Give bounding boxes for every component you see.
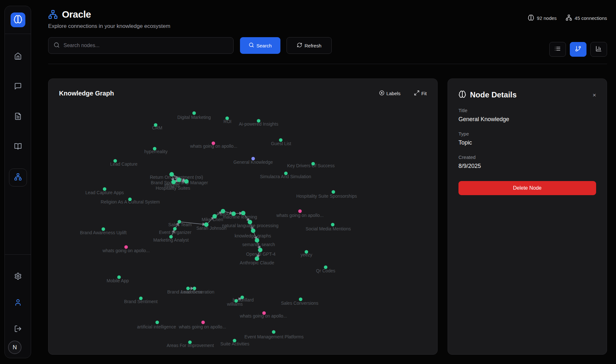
graph-view-button[interactable]	[570, 42, 586, 57]
node-created-value: 8/9/2025	[458, 163, 596, 170]
labels-toggle-button[interactable]: Labels	[379, 90, 400, 97]
graph-node-label: Event Management Platforms	[244, 334, 304, 339]
sidebar-item-library[interactable]	[14, 143, 22, 151]
graph-node-label: Digital Marketing	[177, 115, 211, 120]
graph-node-label: whats going on apollo...	[179, 324, 226, 329]
graph-node[interactable]	[221, 209, 225, 213]
sidebar-item-settings[interactable]	[14, 273, 22, 281]
graph-node[interactable]	[298, 210, 302, 213]
graph-node-label: OpenAI GPT-4	[246, 252, 276, 257]
graph-node[interactable]	[255, 238, 259, 243]
graph-node[interactable]	[299, 298, 303, 301]
graph-node[interactable]	[193, 112, 196, 115]
graph-node[interactable]	[154, 123, 158, 127]
graph-node[interactable]	[312, 162, 315, 166]
graph-node[interactable]	[252, 157, 255, 161]
main-content: Oracle Explore connections in your knowl…	[38, 0, 616, 364]
graph-node-label: Sales Conversions	[281, 301, 319, 306]
graph-node[interactable]	[235, 299, 238, 303]
graph-node[interactable]	[332, 190, 335, 194]
graph-node[interactable]	[173, 227, 177, 231]
graph-node[interactable]	[171, 180, 176, 184]
graph-node[interactable]	[262, 311, 266, 315]
sidebar-item-profile[interactable]	[14, 299, 22, 307]
graph-node[interactable]	[204, 222, 209, 227]
sidebar-item-documents[interactable]	[14, 113, 22, 121]
graph-node[interactable]	[124, 245, 128, 249]
search-row: Search Refresh	[48, 37, 607, 54]
brain-icon	[458, 90, 466, 99]
sidebar-item-logout[interactable]	[14, 325, 22, 334]
graph-node[interactable]	[153, 147, 157, 151]
connections-count: 45 connections	[575, 15, 607, 21]
sidebar-item-chat[interactable]	[14, 83, 22, 91]
graph-node[interactable]	[284, 172, 288, 175]
logout-icon	[14, 325, 22, 334]
app-logo-tile[interactable]	[11, 12, 25, 27]
knowledge-graph-panel: Knowledge Graph Labels Fit Digital Marke…	[48, 79, 438, 355]
delete-node-button[interactable]: Delete Node	[458, 181, 596, 195]
graph-node[interactable]	[257, 119, 261, 123]
graph-node[interactable]	[212, 214, 217, 219]
graph-node[interactable]	[114, 159, 117, 163]
graph-node[interactable]	[193, 287, 196, 290]
graph-node[interactable]	[255, 256, 259, 261]
graph-canvas[interactable]: Digital MarketingROIAi-powered InsightsC…	[48, 79, 437, 354]
graph-node[interactable]	[102, 228, 105, 231]
graph-node[interactable]	[279, 138, 283, 142]
sidebar-item-graph-active[interactable]	[9, 169, 27, 186]
graph-node-label: machine learning	[223, 214, 257, 219]
graph-node[interactable]	[201, 321, 205, 324]
graph-node[interactable]	[231, 211, 236, 216]
graph-node[interactable]	[305, 250, 308, 254]
graph-node[interactable]	[248, 220, 252, 224]
page-header: Oracle Explore connections in your knowl…	[38, 0, 616, 64]
graph-node[interactable]	[169, 172, 174, 177]
search-input[interactable]	[64, 43, 228, 48]
graph-node-label: Mobile App	[107, 278, 129, 283]
brain-icon	[528, 14, 534, 22]
close-icon[interactable]: ×	[593, 92, 596, 98]
eye-target-icon	[379, 90, 385, 97]
list-view-button[interactable]	[549, 42, 566, 57]
graph-node[interactable]	[258, 248, 262, 252]
graph-node[interactable]	[324, 266, 328, 269]
search-button[interactable]: Search	[240, 37, 280, 54]
graph-node[interactable]	[251, 228, 255, 233]
graph-node[interactable]	[117, 276, 121, 279]
nodes-count: 92 nodes	[537, 15, 557, 21]
view-toggles	[549, 42, 607, 57]
graph-node[interactable]	[169, 235, 173, 239]
chart-view-button[interactable]	[590, 42, 607, 57]
sidebar-item-home[interactable]	[14, 53, 22, 61]
refresh-button[interactable]: Refresh	[287, 37, 332, 54]
graph-node[interactable]	[241, 211, 245, 215]
fit-button[interactable]: Fit	[414, 90, 427, 97]
graph-panel-title: Knowledge Graph	[59, 90, 114, 97]
file-text-icon	[14, 112, 22, 121]
graph-node[interactable]	[233, 339, 236, 343]
list-icon	[554, 46, 561, 53]
avatar[interactable]: N	[8, 341, 21, 354]
graph-node[interactable]	[212, 142, 215, 145]
page-subtitle: Explore connections in your knowledge ec…	[48, 23, 607, 29]
graph-stats: 92 nodes 45 connections	[528, 14, 607, 22]
graph-node[interactable]	[241, 296, 244, 299]
field-type: Type Topic	[458, 131, 596, 146]
graph-node[interactable]	[331, 223, 335, 227]
graph-node[interactable]	[178, 220, 181, 224]
graph-node[interactable]	[177, 178, 181, 182]
header-divider	[48, 64, 607, 64]
graph-node[interactable]	[184, 179, 189, 184]
node-details-panel: Node Details × Title General Knowledge T…	[448, 79, 607, 355]
network-logo-icon	[48, 10, 58, 19]
graph-node[interactable]	[103, 187, 107, 191]
nodes-stat: 92 nodes	[528, 14, 557, 22]
graph-node[interactable]	[272, 330, 276, 334]
graph-node[interactable]	[128, 198, 132, 201]
graph-node[interactable]	[156, 321, 159, 324]
graph-node[interactable]	[139, 297, 143, 300]
graph-node[interactable]	[186, 287, 190, 290]
graph-node[interactable]	[188, 341, 192, 344]
graph-node[interactable]	[226, 117, 229, 120]
